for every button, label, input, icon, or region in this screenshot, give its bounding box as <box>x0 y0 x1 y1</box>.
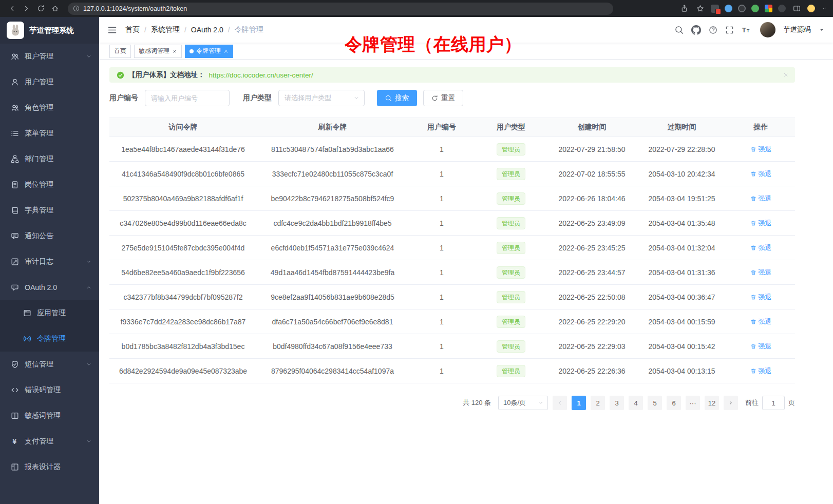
force-logout-button[interactable]: 强退 <box>750 243 772 253</box>
user-menu-caret-icon[interactable] <box>819 27 825 33</box>
force-logout-button[interactable]: 强退 <box>750 293 772 302</box>
blue-extension-icon[interactable] <box>725 5 732 12</box>
tab-close-icon[interactable] <box>172 49 177 54</box>
search-icon[interactable] <box>675 26 684 34</box>
alert-title: 【用户体系】文档地址： <box>128 70 205 80</box>
view-tab[interactable]: 敏感词管理 <box>134 45 182 58</box>
side-panel-icon[interactable] <box>791 4 802 14</box>
help-icon[interactable] <box>709 26 717 34</box>
next-page-button[interactable] <box>724 396 738 410</box>
bookmark-star-icon[interactable] <box>695 4 705 14</box>
force-logout-button[interactable]: 强退 <box>750 194 772 203</box>
font-size-icon[interactable]: TT <box>742 26 750 34</box>
extensions-puzzle-icon[interactable] <box>765 5 772 12</box>
breadcrumb-item[interactable]: 首页 <box>125 25 140 34</box>
sidebar-item-oauth2-app[interactable]: 应用管理 <box>0 300 99 326</box>
sidebar-item-pay[interactable]: ¥支付管理 <box>0 429 99 454</box>
reset-button[interactable]: 重置 <box>423 90 463 106</box>
pager-page-6[interactable]: 6 <box>667 396 681 410</box>
username[interactable]: 芋道源码 <box>783 25 811 34</box>
search-button-label: 搜索 <box>395 93 409 103</box>
page-size-value: 10条/页 <box>503 398 526 408</box>
sidebar-item-notice[interactable]: 通知公告 <box>0 223 99 249</box>
breadcrumb-item[interactable]: OAuth 2.0 <box>191 26 223 34</box>
force-logout-label: 强退 <box>759 219 772 228</box>
search-icon <box>385 95 392 102</box>
force-logout-button[interactable]: 强退 <box>750 169 772 179</box>
table-row: 6d842e2924594de9a09e45e087323abe8796295f… <box>109 359 795 383</box>
sidebar-item-report[interactable]: 报表设计器 <box>0 454 99 480</box>
chevron-left-icon <box>557 400 563 406</box>
user-type-select[interactable]: 请选择用户类型 <box>278 90 365 106</box>
prev-page-button[interactable] <box>553 396 567 410</box>
sidebar-item-sensitive-word[interactable]: 敏感词管理 <box>0 403 99 429</box>
page-size-select[interactable]: 10条/页 <box>498 396 548 410</box>
breadcrumb-item[interactable]: 系统管理 <box>151 25 180 34</box>
home-icon[interactable] <box>48 2 62 15</box>
app-logo[interactable]: 芋道管理系统 <box>0 17 99 44</box>
forward-icon[interactable] <box>20 2 33 15</box>
pinned-extension-icon[interactable] <box>778 5 786 12</box>
sidebar-item-dept[interactable]: 部门管理 <box>0 146 99 172</box>
column-header: 过期时间 <box>637 118 727 137</box>
view-tab[interactable]: 令牌管理 <box>185 45 233 58</box>
pager-page-5[interactable]: 5 <box>648 396 662 410</box>
fullscreen-icon[interactable] <box>725 26 734 34</box>
user-id-input[interactable] <box>145 90 230 106</box>
pager-page-3[interactable]: 3 <box>610 396 624 410</box>
pager-page-1[interactable]: 1 <box>572 396 586 410</box>
pager-page-2[interactable]: 2 <box>591 396 605 410</box>
role-icon <box>11 104 19 112</box>
reload-icon[interactable] <box>34 2 47 15</box>
browser-profile-avatar[interactable] <box>807 5 815 12</box>
force-logout-button[interactable]: 强退 <box>750 317 772 326</box>
action-cell: 强退 <box>727 334 795 359</box>
force-logout-button[interactable]: 强退 <box>750 366 772 376</box>
green-extension-icon[interactable] <box>751 5 759 12</box>
sidebar-item-error-code[interactable]: 错误码管理 <box>0 377 99 403</box>
record-extension-icon[interactable] <box>738 5 746 12</box>
alert-close-icon[interactable] <box>783 72 789 78</box>
view-tab[interactable]: 首页 <box>109 45 131 58</box>
doc-link[interactable]: https://doc.iocoder.cn/user-center/ <box>209 71 313 79</box>
pager-page-12[interactable]: 12 <box>705 396 719 410</box>
browser-menu-caret-icon[interactable] <box>821 5 828 12</box>
sidebar-item-oauth2[interactable]: OAuth 2.0 <box>0 275 99 300</box>
sidebar-item-role[interactable]: 角色管理 <box>0 95 99 121</box>
pay-icon: ¥ <box>11 437 19 445</box>
force-logout-button[interactable]: 强退 <box>750 219 772 228</box>
force-logout-button[interactable]: 强退 <box>750 145 772 154</box>
force-logout-button[interactable]: 强退 <box>750 342 772 351</box>
site-info-icon[interactable] <box>73 5 80 12</box>
sidebar-item-menu[interactable]: 菜单管理 <box>0 121 99 146</box>
refresh-icon <box>431 95 438 102</box>
app-icon <box>23 309 31 317</box>
user-avatar[interactable] <box>760 22 775 37</box>
screenshot-annotation: 令牌管理（在线用户） <box>345 33 522 56</box>
search-button[interactable]: 搜索 <box>377 90 417 106</box>
sidebar-item-dict[interactable]: 字典管理 <box>0 198 99 223</box>
sidebar-item-label: 短信管理 <box>25 360 53 369</box>
pager-page-4[interactable]: 4 <box>629 396 643 410</box>
sidebar-item-tenant[interactable]: 租户管理 <box>0 44 99 69</box>
address-bar[interactable]: 127.0.0.1:1024/system/oauth2/token <box>68 3 613 15</box>
extension-badge-icon[interactable] <box>711 5 719 13</box>
access-token-cell: b0d1785bc3a8482f812db4a3f3bd15ec <box>109 334 257 359</box>
pager-ellipsis[interactable]: ··· <box>686 396 700 410</box>
sidebar-item-user[interactable]: 用户管理 <box>0 69 99 95</box>
sidebar-item-oauth2-token[interactable]: 令牌管理 <box>0 326 99 352</box>
sidebar-item-post[interactable]: 岗位管理 <box>0 172 99 198</box>
sidebar-item-sms[interactable]: 短信管理 <box>0 352 99 377</box>
refresh-token-cell: dfa6c71a50a54c66bef706ef9e6e8d81 <box>257 309 408 334</box>
github-icon[interactable] <box>691 25 701 35</box>
back-icon[interactable] <box>5 2 18 15</box>
share-icon[interactable] <box>679 4 689 14</box>
tab-close-icon[interactable] <box>223 49 229 54</box>
refresh-token-cell: 8796295f04064c2983414cc54af1097a <box>257 359 408 383</box>
breadcrumb-separator: / <box>228 26 230 34</box>
sidebar-item-audit-log[interactable]: 审计日志 <box>0 249 99 275</box>
force-logout-label: 强退 <box>759 169 772 179</box>
hamburger-icon[interactable] <box>107 25 117 35</box>
force-logout-button[interactable]: 强退 <box>750 268 772 277</box>
goto-page-input[interactable] <box>762 396 785 410</box>
